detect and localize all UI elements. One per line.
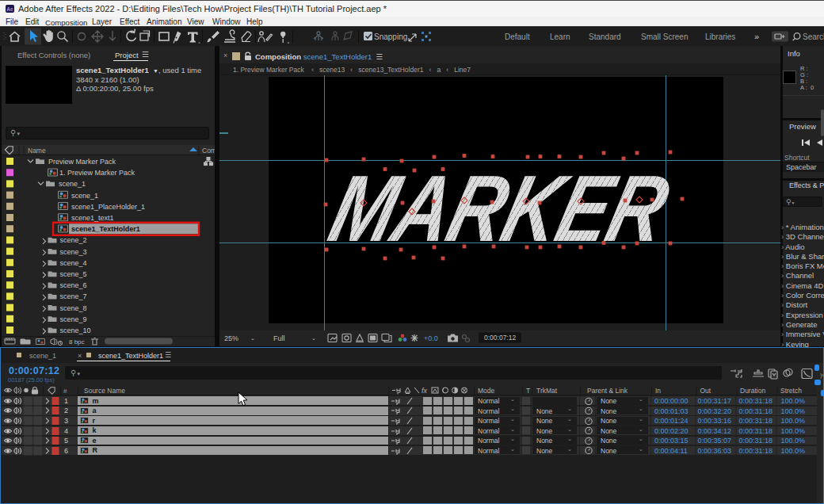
- svg-text:scene1_text1: scene1_text1: [71, 214, 114, 222]
- svg-text:Preview Marker Pack: Preview Marker Pack: [48, 158, 116, 166]
- svg-text:Snapping: Snapping: [374, 32, 407, 41]
- svg-text:Mode: Mode: [478, 387, 495, 395]
- svg-text:scene_6: scene_6: [60, 281, 87, 289]
- svg-text:Full: Full: [273, 334, 285, 342]
- svg-text:8 bpc: 8 bpc: [69, 338, 85, 346]
- svg-text:Duration: Duration: [740, 387, 765, 395]
- svg-text:+0.0: +0.0: [424, 334, 438, 342]
- svg-text:Small Screen: Small Screen: [641, 32, 688, 41]
- svg-text:Out: Out: [700, 387, 711, 395]
- svg-text:scene1_PlaceHolder_1: scene1_PlaceHolder_1: [71, 203, 145, 211]
- svg-text:scene1_TextHolder1: scene1_TextHolder1: [71, 225, 140, 233]
- svg-text:scene_7: scene_7: [60, 292, 87, 300]
- svg-text:T: T: [526, 387, 530, 395]
- svg-text:Source Name: Source Name: [84, 387, 125, 395]
- svg-text:0:00:07:12: 0:00:07:12: [484, 334, 516, 342]
- svg-text:scene_1: scene_1: [71, 192, 98, 200]
- svg-text:Name: Name: [28, 147, 46, 155]
- svg-text:scene_2: scene_2: [60, 236, 87, 244]
- svg-text:Stretch: Stretch: [780, 387, 802, 395]
- svg-text:In: In: [655, 387, 661, 395]
- svg-text:1. Preview Marker Pack: 1. Preview Marker Pack: [59, 169, 135, 177]
- svg-text:scene_4: scene_4: [60, 259, 87, 267]
- svg-text:#: #: [63, 388, 67, 395]
- svg-text:TrkMat: TrkMat: [536, 387, 558, 395]
- svg-text:25%: 25%: [224, 334, 238, 342]
- svg-text:scene_10: scene_10: [60, 326, 91, 334]
- svg-text:scene_3: scene_3: [60, 248, 87, 256]
- svg-text:Parent & Link: Parent & Link: [587, 387, 628, 395]
- svg-text:scene_9: scene_9: [60, 315, 87, 323]
- svg-text:Comm: Comm: [202, 147, 215, 155]
- svg-text:Search: Search: [803, 32, 824, 41]
- svg-text:Learn: Learn: [550, 32, 570, 41]
- svg-text:Standard: Standard: [589, 32, 621, 41]
- svg-text:scene_5: scene_5: [60, 270, 87, 278]
- svg-text:»: »: [754, 32, 759, 41]
- svg-text:Libraries: Libraries: [705, 32, 735, 41]
- svg-text:scene_8: scene_8: [60, 304, 87, 312]
- svg-text:scene_1: scene_1: [59, 180, 86, 188]
- svg-text:fx: fx: [422, 387, 428, 395]
- svg-text:⌄: ⌄: [250, 335, 255, 341]
- svg-text:Default: Default: [505, 32, 530, 41]
- svg-text:⌄: ⌄: [311, 335, 316, 341]
